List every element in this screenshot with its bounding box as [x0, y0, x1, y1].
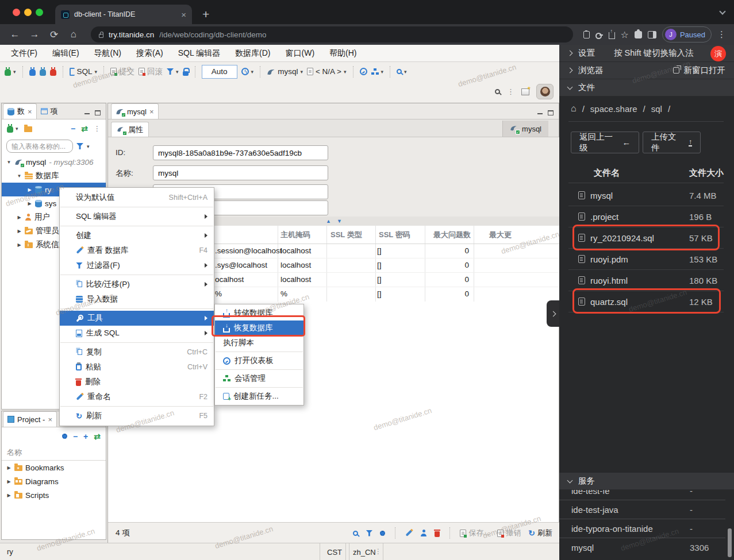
- home-icon[interactable]: ⌂: [571, 103, 577, 114]
- collapse-all-icon[interactable]: −: [73, 432, 78, 441]
- tree-item-diagrams[interactable]: ▶ Diagrams: [2, 474, 106, 488]
- menu-item-set-default[interactable]: 设为默认值Shift+Ctrl+A: [60, 190, 214, 205]
- file-row[interactable]: mysql7.4 MB: [568, 185, 724, 206]
- menu-window[interactable]: 窗口(W): [278, 48, 322, 59]
- tab-databases[interactable]: 数 ×: [3, 103, 37, 119]
- refresh-button[interactable]: ↻刷新: [528, 528, 552, 538]
- toolbar-overflow-icon[interactable]: ⋮: [507, 87, 514, 96]
- menu-item-paste[interactable]: 粘贴Ctrl+V: [60, 360, 214, 374]
- upload-file-button[interactable]: 上传文件 ↑: [643, 132, 701, 153]
- service-row[interactable]: mysql 3306: [559, 538, 725, 557]
- maximize-window-button[interactable]: [36, 9, 43, 16]
- link-editor-icon[interactable]: ⇄: [81, 124, 88, 133]
- connect-button[interactable]: [29, 67, 36, 76]
- gear-icon[interactable]: [62, 434, 67, 439]
- tree-collapsed-icon[interactable]: ▶: [27, 187, 32, 192]
- menu-item-tools[interactable]: 工具: [60, 311, 214, 326]
- service-row[interactable]: ide-test-java -: [559, 500, 725, 519]
- transaction-filter-button[interactable]: ▾: [167, 68, 179, 75]
- menu-item-create[interactable]: 创建: [60, 228, 214, 243]
- minimize-window-button[interactable]: [24, 9, 32, 16]
- reload-icon[interactable]: ⟳: [47, 29, 61, 41]
- collapse-all-icon[interactable]: −: [71, 124, 75, 133]
- rollback-button[interactable]: 回滚: [139, 67, 163, 77]
- edit-icon[interactable]: [406, 530, 413, 536]
- tab-projects[interactable]: 项: [37, 103, 62, 119]
- name-field[interactable]: [153, 165, 328, 180]
- menu-sql-editor[interactable]: SQL 编辑器: [171, 48, 228, 59]
- close-icon[interactable]: ×: [28, 107, 32, 116]
- new-connection-button[interactable]: ▾: [5, 67, 16, 76]
- password-key-icon[interactable]: [595, 31, 603, 38]
- id-field[interactable]: [153, 145, 328, 160]
- breadcrumb-current[interactable]: sql: [651, 104, 662, 114]
- revert-button[interactable]: 撤销: [497, 528, 521, 538]
- tree-collapsed-icon[interactable]: ▶: [6, 465, 11, 470]
- view-menu-icon[interactable]: ⋮: [94, 125, 101, 133]
- splitter-down-icon[interactable]: ▼: [337, 218, 342, 224]
- sidebar-scrollbar[interactable]: [728, 528, 732, 557]
- home-icon[interactable]: ⌂: [67, 29, 80, 40]
- table-filter-input[interactable]: [6, 140, 73, 153]
- transaction-lock-button[interactable]: [183, 68, 189, 76]
- disconnect-button[interactable]: [50, 67, 56, 76]
- transaction-log-button[interactable]: ▾: [241, 68, 254, 75]
- open-new-window-button[interactable]: 新窗口打开: [673, 65, 726, 76]
- maximize-icon[interactable]: [95, 110, 101, 115]
- filter-icon[interactable]: [76, 143, 83, 149]
- browser-tab[interactable]: db-client - TitanIDE ×: [55, 5, 192, 24]
- menu-item-refresh[interactable]: ↻刷新F5: [60, 408, 214, 423]
- close-icon[interactable]: ×: [48, 415, 52, 424]
- quick-search-button[interactable]: [495, 89, 500, 94]
- tree-collapsed-icon[interactable]: ▶: [6, 479, 11, 484]
- menu-help[interactable]: 帮助(H): [322, 48, 364, 59]
- editor-tab-mysql[interactable]: mysql ×: [111, 103, 159, 119]
- bookmark-star-icon[interactable]: ☆: [621, 29, 629, 40]
- close-icon[interactable]: ×: [149, 107, 154, 116]
- connection-chip[interactable]: mysql: [502, 121, 548, 137]
- section-files[interactable]: 文件: [559, 79, 734, 96]
- tree-collapsed-icon[interactable]: ▶: [6, 493, 11, 498]
- link-editor-icon[interactable]: ⇄: [94, 432, 101, 441]
- user-avatar[interactable]: [536, 84, 554, 99]
- tab-close-icon[interactable]: ×: [181, 10, 186, 19]
- expand-all-icon[interactable]: +: [83, 432, 88, 441]
- tree-collapsed-icon[interactable]: ▶: [27, 201, 32, 206]
- status-overflow-icon[interactable]: ⋮: [375, 547, 382, 555]
- menu-edit[interactable]: 编辑(E): [45, 48, 87, 59]
- commit-button[interactable]: 提交: [110, 67, 134, 77]
- new-connection-button[interactable]: ▾: [7, 124, 18, 133]
- tree-collapsed-icon[interactable]: ▶: [17, 229, 22, 234]
- submenu-item-open-dashboard[interactable]: 打开仪表板: [215, 353, 303, 368]
- reconnect-button[interactable]: [40, 67, 46, 76]
- col-header-max-updates[interactable]: 最大更: [489, 226, 512, 244]
- menu-item-rename[interactable]: 重命名F2: [60, 389, 214, 404]
- sql-editor-button[interactable]: SQL▾: [70, 67, 98, 76]
- menu-navigate[interactable]: 导航(N): [87, 48, 129, 59]
- active-schema-select[interactable]: < N/A >▾: [307, 67, 347, 76]
- perspective-button[interactable]: [521, 88, 529, 95]
- address-bar[interactable]: try.titanide.cn /ide/web/coding/db-clien…: [91, 26, 573, 43]
- clipboard-icon[interactable]: [583, 31, 590, 38]
- menu-item-filter[interactable]: 过滤器(F): [60, 258, 214, 273]
- menu-item-delete[interactable]: 删除: [60, 374, 214, 389]
- minimize-icon[interactable]: [84, 111, 90, 114]
- go-up-button[interactable]: 返回上一级 ←: [571, 132, 639, 153]
- section-browser[interactable]: 浏览器 新窗口打开: [559, 62, 734, 79]
- submenu-item-execute-script[interactable]: 执行脚本: [215, 335, 303, 350]
- section-settings[interactable]: 设置 按 Shift 键切换输入法 演: [559, 45, 734, 62]
- tree-collapsed-icon[interactable]: ▶: [17, 215, 22, 220]
- add-user-icon[interactable]: [420, 530, 427, 536]
- search-icon[interactable]: [353, 531, 358, 536]
- col-header-host-mask[interactable]: 主机掩码: [280, 226, 310, 244]
- share-icon[interactable]: [609, 32, 615, 39]
- menu-item-view-database[interactable]: 查看 数据库F4: [60, 243, 214, 258]
- file-row[interactable]: ruoyi.pdm153 KB: [568, 249, 724, 270]
- col-header-ssl-password[interactable]: SSL 密码: [379, 226, 410, 244]
- menu-item-import-data[interactable]: 导入数据: [60, 292, 214, 307]
- extensions-icon[interactable]: [635, 31, 642, 38]
- col-header-ssl-type[interactable]: SSL 类型: [331, 226, 362, 244]
- splitter-up-icon[interactable]: ▲: [326, 218, 331, 224]
- tree-item-databases-folder[interactable]: ▼ 数据库: [2, 169, 106, 183]
- commit-mode-select[interactable]: Auto: [202, 65, 237, 79]
